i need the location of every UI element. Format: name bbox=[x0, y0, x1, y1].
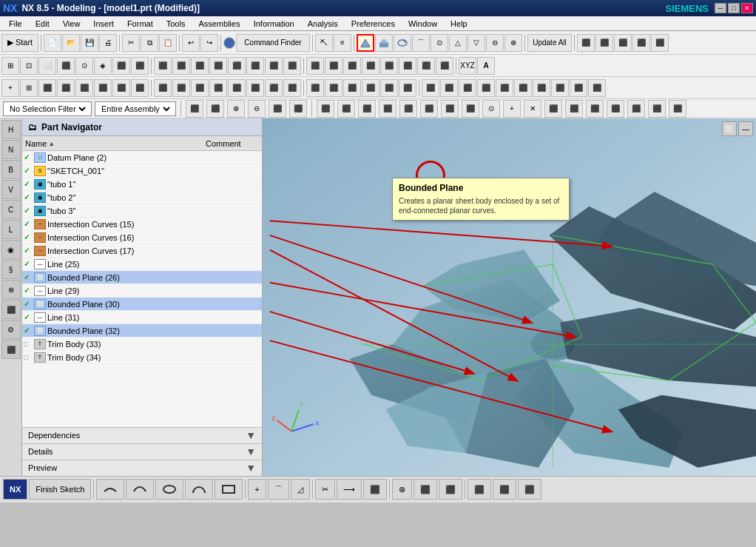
tb3-4[interactable]: ⬛ bbox=[57, 79, 75, 97]
tb2-3[interactable]: ⬜ bbox=[38, 57, 56, 75]
selection-filter-select[interactable]: No Selection Filter bbox=[7, 104, 88, 114]
tb3-6[interactable]: ⬛ bbox=[94, 79, 112, 97]
tb3-32[interactable]: ⬛ bbox=[588, 79, 606, 97]
sel-btn22[interactable]: ⬛ bbox=[627, 100, 645, 118]
sel-btn5[interactable]: ⬛ bbox=[269, 100, 286, 118]
tb3-20[interactable]: ⬛ bbox=[362, 79, 379, 97]
nav-preview-expand-icon[interactable]: ▼ bbox=[246, 462, 256, 474]
tb3-21[interactable]: ⬛ bbox=[380, 79, 398, 97]
tb3-5[interactable]: ⬛ bbox=[75, 79, 93, 97]
nav-list-item[interactable]: ✓ ~ Intersection Curves (17) bbox=[22, 244, 262, 258]
tb3-7[interactable]: ⬛ bbox=[112, 79, 130, 97]
ellipse-tool[interactable] bbox=[155, 479, 183, 500]
menu-preferences[interactable]: Preferences bbox=[345, 17, 401, 30]
curve-tool-1[interactable] bbox=[96, 479, 124, 500]
paste-button[interactable]: 📋 bbox=[159, 34, 177, 52]
pattern-tool[interactable]: ⬛ bbox=[468, 479, 491, 500]
tb2-1[interactable]: ⊞ bbox=[1, 57, 19, 75]
sidebar-nav-icon[interactable]: N bbox=[1, 140, 21, 159]
tb2-13[interactable]: ⬛ bbox=[228, 57, 246, 75]
tb3-26[interactable]: ⬛ bbox=[477, 79, 495, 97]
sel-btn7[interactable]: ⬛ bbox=[317, 100, 334, 118]
menu-information[interactable]: Information bbox=[248, 17, 300, 30]
sidebar-constraints-icon[interactable]: ⊗ bbox=[1, 280, 21, 299]
nav-list-item[interactable]: ✓ ▣ "tubo 3" bbox=[22, 204, 262, 218]
nav-list-item[interactable]: ✓ ▣ "tubo 2" bbox=[22, 191, 262, 204]
sel-btn17[interactable]: ✕ bbox=[524, 100, 541, 118]
sidebar-history-icon[interactable]: H bbox=[1, 120, 21, 139]
menu-format[interactable]: Format bbox=[121, 17, 159, 30]
close-button[interactable]: ✕ bbox=[741, 3, 753, 13]
nav-details-expand-icon[interactable]: ▼ bbox=[246, 446, 256, 457]
cut-button[interactable]: ✂ bbox=[122, 34, 140, 52]
tb3-30[interactable]: ⬛ bbox=[551, 79, 569, 97]
sel-btn2[interactable]: ⬛ bbox=[206, 100, 224, 118]
nav-list-item[interactable]: ✓ S "SKETCH_001" bbox=[22, 164, 262, 178]
sel-btn3[interactable]: ⊕ bbox=[227, 100, 245, 118]
tb2-9[interactable]: ⬛ bbox=[154, 57, 172, 75]
tb2-10[interactable]: ⬛ bbox=[172, 57, 190, 75]
pocket-button[interactable]: ▽ bbox=[468, 34, 485, 52]
sidebar-extra-icon[interactable]: ⬛ bbox=[1, 340, 21, 359]
nav-dependencies-expand-icon[interactable]: ▼ bbox=[246, 429, 256, 441]
sel-btn16[interactable]: + bbox=[503, 100, 521, 118]
selection-filter-dropdown[interactable]: No Selection Filter bbox=[3, 101, 92, 116]
menu-help[interactable]: Help bbox=[445, 17, 473, 30]
tb2-2[interactable]: ⊡ bbox=[20, 57, 38, 75]
command-finder-button[interactable]: Command Finder bbox=[236, 34, 310, 52]
sel-btn10[interactable]: ⬛ bbox=[379, 100, 396, 118]
viewport[interactable]: Bounded Plane Creates a planar sheet bod… bbox=[263, 118, 756, 476]
scope-dropdown[interactable]: Entire Assembly bbox=[95, 101, 176, 116]
offset-tool[interactable]: ⬛ bbox=[493, 479, 516, 500]
tb2-22[interactable]: ⬛ bbox=[399, 57, 416, 75]
sketch-point-tool[interactable]: + bbox=[248, 479, 266, 500]
tb3-24[interactable]: ⬛ bbox=[440, 79, 458, 97]
menu-analysis[interactable]: Analysis bbox=[302, 17, 344, 30]
tb2-21[interactable]: ⬛ bbox=[380, 57, 398, 75]
tb3-15[interactable]: ⬛ bbox=[265, 79, 283, 97]
tb3-29[interactable]: ⬛ bbox=[533, 79, 550, 97]
menu-file[interactable]: File bbox=[3, 17, 28, 30]
project-tool[interactable]: ⬛ bbox=[518, 479, 541, 500]
sel-btn19[interactable]: ⬛ bbox=[565, 100, 583, 118]
tb3-9[interactable]: ⬛ bbox=[154, 79, 172, 97]
mirror-tool[interactable]: ⬛ bbox=[363, 479, 387, 500]
undo-button[interactable]: ↩ bbox=[182, 34, 200, 52]
arc-tool[interactable] bbox=[185, 479, 213, 500]
nav-list-item[interactable]: ✓ — Line (25) bbox=[22, 258, 262, 271]
tb3-12[interactable]: ⬛ bbox=[209, 79, 227, 97]
tb3-11[interactable]: ⬛ bbox=[191, 79, 209, 97]
open-button[interactable]: 📂 bbox=[62, 34, 80, 52]
tb3-23[interactable]: ⬛ bbox=[422, 79, 439, 97]
tb3-28[interactable]: ⬛ bbox=[514, 79, 532, 97]
menu-insert[interactable]: Insert bbox=[87, 17, 120, 30]
tb3-1[interactable]: + bbox=[1, 79, 19, 97]
tb3-13[interactable]: ⬛ bbox=[228, 79, 246, 97]
sel-btn20[interactable]: ⬛ bbox=[586, 100, 604, 118]
tb3-18[interactable]: ⬛ bbox=[325, 79, 342, 97]
nav-details-panel[interactable]: Details ▼ bbox=[22, 443, 262, 460]
viewport-minimize-button[interactable]: — bbox=[738, 121, 753, 136]
fillet-tool[interactable]: ⌒ bbox=[268, 479, 289, 500]
tb3-2[interactable]: ⊞ bbox=[20, 79, 38, 97]
slot-button[interactable]: ⊖ bbox=[486, 34, 504, 52]
tb2-16[interactable]: ⬛ bbox=[283, 57, 301, 75]
hole-button[interactable]: ⊙ bbox=[431, 34, 448, 52]
rectangle-tool[interactable] bbox=[215, 479, 243, 500]
sel-btn13[interactable]: ⬛ bbox=[441, 100, 459, 118]
start-button[interactable]: ▶ Start bbox=[1, 34, 38, 52]
nav-list-item[interactable]: ✓ — Line (29) bbox=[22, 284, 262, 298]
nav-list-item[interactable]: ✓ ▣ "tubo 1" bbox=[22, 178, 262, 191]
sel-btn12[interactable]: ⬛ bbox=[420, 100, 438, 118]
tb-more3[interactable]: ⬛ bbox=[614, 34, 632, 52]
nav-list-item[interactable]: □ T Trim Body (34) bbox=[22, 351, 262, 364]
constraint-tool[interactable]: ⊗ bbox=[392, 479, 412, 500]
sel-btn8[interactable]: ⬛ bbox=[337, 100, 355, 118]
minimize-button[interactable]: ─ bbox=[715, 3, 726, 13]
tb2-8[interactable]: ⬛ bbox=[131, 57, 149, 75]
tb2-20[interactable]: ⬛ bbox=[362, 57, 379, 75]
nav-dependencies-panel[interactable]: Dependencies ▼ bbox=[22, 427, 262, 443]
tb2-18[interactable]: ⬛ bbox=[325, 57, 342, 75]
sidebar-settings-icon[interactable]: ⚙ bbox=[1, 320, 21, 339]
menu-edit[interactable]: Edit bbox=[30, 17, 55, 30]
